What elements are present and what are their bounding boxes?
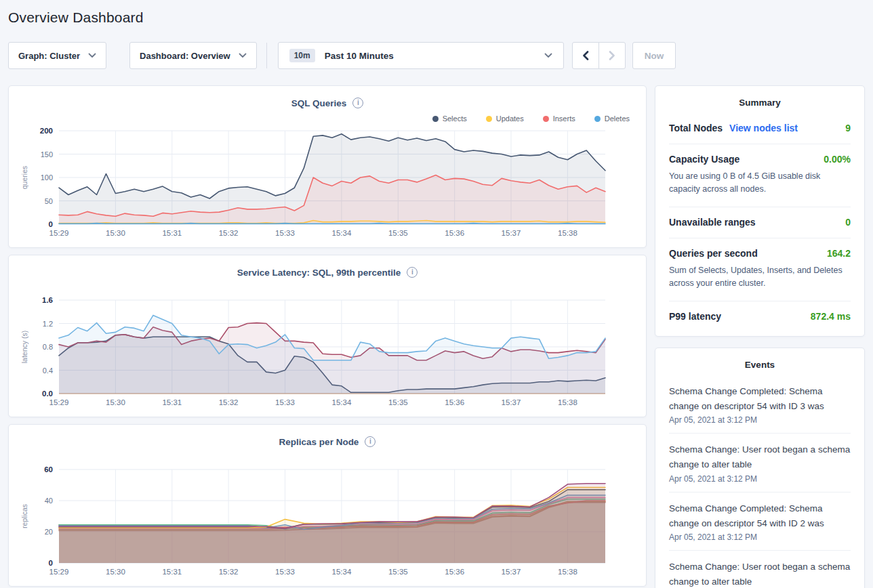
legend-item-updates[interactable]: Updates: [486, 114, 524, 123]
svg-text:15:34: 15:34: [332, 398, 352, 406]
chart-title-row: Replicas per Node i: [18, 434, 636, 449]
svg-text:150: 150: [41, 150, 53, 159]
summary-row-queries-per-second: Queries per second 164.2 Sum of Selects,…: [669, 238, 851, 301]
page-title: Overview Dashboard: [8, 9, 865, 26]
toolbar-divider: [266, 43, 267, 68]
svg-text:15:33: 15:33: [275, 229, 295, 237]
svg-text:15:30: 15:30: [106, 229, 125, 237]
time-range-picker[interactable]: 10m Past 10 Minutes: [278, 42, 564, 69]
chart-canvas-service-latency[interactable]: 0.00.40.81.21.615:2915:3015:3115:3215:33…: [18, 295, 636, 411]
summary-label: Capacity Usage: [669, 154, 739, 165]
chevron-left-icon: [582, 51, 589, 60]
main-content: SQL Queries i SelectsUpdatesInsertsDelet…: [8, 85, 865, 588]
svg-text:200: 200: [40, 127, 53, 135]
svg-text:15:29: 15:29: [49, 568, 69, 576]
page: Overview Dashboard Graph: Cluster Dashbo…: [0, 0, 873, 588]
svg-text:15:30: 15:30: [106, 568, 125, 576]
svg-text:15:29: 15:29: [49, 398, 69, 406]
event-item: Schema Change: User root began a schema …: [669, 434, 851, 492]
info-icon[interactable]: i: [352, 98, 363, 108]
svg-text:15:31: 15:31: [162, 568, 182, 576]
svg-text:15:38: 15:38: [558, 398, 577, 406]
legend-label: Inserts: [553, 114, 575, 123]
svg-text:0: 0: [49, 220, 53, 228]
event-item: Schema Change Completed: Schema change o…: [669, 492, 851, 551]
svg-text:latency (s): latency (s): [20, 331, 28, 363]
graph-dropdown[interactable]: Graph: Cluster: [8, 42, 106, 69]
svg-text:15:36: 15:36: [445, 398, 464, 406]
inserts-series-dot: [543, 116, 549, 122]
chart-svg: 0.00.40.81.21.615:2915:3015:3115:3215:33…: [18, 295, 636, 411]
event-timestamp: Apr 05, 2021 at 3:12 PM: [669, 474, 851, 484]
svg-text:15:34: 15:34: [332, 229, 352, 237]
svg-text:queries: queries: [20, 166, 28, 189]
info-icon[interactable]: i: [365, 436, 375, 447]
svg-text:replicas: replicas: [20, 504, 28, 528]
toolbar: Graph: Cluster Dashboard: Overview 10m P…: [8, 42, 865, 69]
time-range-label: Past 10 Minutes: [325, 51, 394, 61]
chart-svg: 05010015020015:2915:3015:3115:3215:3315:…: [18, 125, 636, 242]
deletes-series-dot: [594, 116, 601, 122]
summary-value: 0: [845, 217, 851, 228]
event-timestamp: Apr 05, 2021 at 3:12 PM: [669, 415, 851, 425]
time-back-button[interactable]: [572, 42, 599, 69]
svg-text:15:35: 15:35: [388, 398, 408, 406]
svg-text:15:36: 15:36: [445, 229, 464, 237]
charts-column: SQL Queries i SelectsUpdatesInsertsDelet…: [8, 85, 647, 587]
summary-description: Sum of Selects, Updates, Inserts, and De…: [669, 264, 851, 291]
svg-text:15:36: 15:36: [445, 568, 464, 576]
svg-text:50: 50: [45, 197, 53, 205]
chart-title: Replicas per Node: [279, 437, 359, 447]
legend-item-selects[interactable]: Selects: [432, 114, 467, 123]
svg-text:0.4: 0.4: [43, 366, 53, 375]
legend-spacer: [18, 281, 636, 295]
legend-label: Updates: [496, 114, 524, 123]
svg-text:15:38: 15:38: [558, 229, 577, 237]
event-message: Schema Change: User root began a schema …: [669, 560, 851, 588]
event-item: Schema Change: User root began a schema …: [669, 551, 851, 588]
svg-text:15:38: 15:38: [558, 568, 577, 576]
summary-heading: Summary: [669, 98, 851, 113]
now-button[interactable]: Now: [632, 42, 676, 69]
events-panel: Events Schema Change Completed: Schema c…: [655, 348, 865, 588]
svg-text:15:37: 15:37: [502, 398, 521, 406]
summary-label: Total Nodes: [669, 123, 723, 133]
svg-text:15:35: 15:35: [388, 568, 408, 576]
legend-item-inserts[interactable]: Inserts: [543, 114, 575, 123]
svg-text:1.6: 1.6: [42, 296, 53, 304]
event-timestamp: Apr 05, 2021 at 3:12 PM: [669, 532, 851, 542]
chart-title-row: SQL Queries i: [18, 96, 636, 110]
events-heading: Events: [669, 360, 851, 375]
svg-text:20: 20: [45, 528, 53, 536]
summary-row-unavailable-ranges: Unavailable ranges 0: [669, 207, 851, 238]
legend-spacer: [18, 450, 636, 464]
svg-text:0: 0: [49, 559, 53, 567]
svg-text:15:33: 15:33: [275, 568, 295, 576]
chart-title: SQL Queries: [291, 98, 347, 108]
chart-legend: SelectsUpdatesInsertsDeletes: [18, 112, 636, 125]
selects-series-dot: [432, 116, 439, 122]
view-nodes-list-link[interactable]: View nodes list: [729, 123, 798, 133]
summary-value: 872.4 ms: [811, 311, 851, 322]
svg-text:15:35: 15:35: [388, 229, 408, 237]
svg-text:1.2: 1.2: [43, 320, 53, 328]
info-icon[interactable]: i: [407, 267, 418, 278]
legend-item-deletes[interactable]: Deletes: [594, 114, 630, 123]
chevron-down-icon: [544, 53, 552, 58]
svg-text:15:31: 15:31: [162, 229, 182, 237]
event-message: Schema Change Completed: Schema change o…: [669, 384, 851, 415]
chart-panel-sql-queries: SQL Queries i SelectsUpdatesInsertsDelet…: [8, 85, 647, 248]
chart-canvas-replicas-per-node[interactable]: 020406015:2915:3015:3115:3215:3315:3415:…: [18, 464, 636, 581]
summary-panel: Summary Total Nodes View nodes list 9 Ca…: [655, 85, 865, 337]
summary-value: 164.2: [827, 248, 851, 259]
chevron-down-icon: [239, 53, 247, 58]
summary-value: 9: [845, 123, 851, 133]
summary-row-total-nodes: Total Nodes View nodes list 9: [669, 113, 851, 144]
dashboard-dropdown-label: Dashboard: Overview: [140, 51, 230, 61]
event-message: Schema Change: User root began a schema …: [669, 442, 851, 473]
chart-canvas-sql-queries[interactable]: 05010015020015:2915:3015:3115:3215:3315:…: [18, 125, 636, 242]
event-message: Schema Change Completed: Schema change o…: [669, 501, 851, 532]
time-forward-button[interactable]: [598, 42, 626, 69]
dashboard-dropdown[interactable]: Dashboard: Overview: [129, 42, 257, 69]
svg-text:15:31: 15:31: [162, 398, 182, 406]
